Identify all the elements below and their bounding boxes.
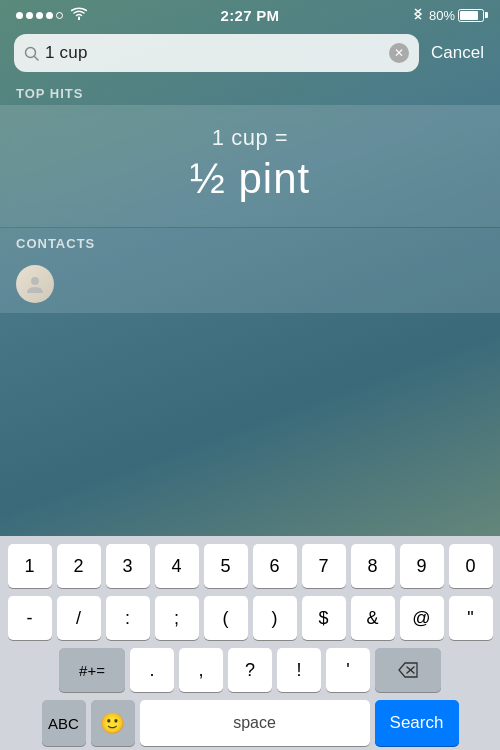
bluetooth-icon [413,7,423,24]
battery-container: 80% [429,8,484,23]
key-dollar[interactable]: $ [302,596,346,640]
battery-percent: 80% [429,8,455,23]
dot-4 [46,12,53,19]
key-hashplus[interactable]: #+= [59,648,125,692]
dot-5 [56,12,63,19]
key-quote[interactable]: " [449,596,493,640]
search-bar[interactable]: 1 cup ✕ [14,34,419,72]
key-8[interactable]: 8 [351,544,395,588]
search-button[interactable]: Search [375,700,459,746]
svg-point-2 [31,277,39,285]
contact-avatar [16,265,54,303]
key-4[interactable]: 4 [155,544,199,588]
key-rparen[interactable]: ) [253,596,297,640]
key-3[interactable]: 3 [106,544,150,588]
wifi-icon [71,7,87,23]
key-at[interactable]: @ [400,596,444,640]
conversion-line2: ½ pint [16,155,484,203]
battery-fill [460,11,478,20]
key-emoji[interactable]: 🙂 [91,700,135,746]
key-space[interactable]: space [140,700,370,746]
keyboard-row-1: 1 2 3 4 5 6 7 8 9 0 [3,544,497,588]
key-2[interactable]: 2 [57,544,101,588]
key-1[interactable]: 1 [8,544,52,588]
status-time: 2:27 PM [221,7,280,24]
key-9[interactable]: 9 [400,544,444,588]
cancel-button[interactable]: Cancel [429,39,486,67]
key-colon[interactable]: : [106,596,150,640]
dot-1 [16,12,23,19]
key-exclaim[interactable]: ! [277,648,321,692]
keyboard-row-4: ABC 🙂 space Search [3,700,497,746]
key-0[interactable]: 0 [449,544,493,588]
contacts-header: CONTACTS [0,228,500,255]
key-6[interactable]: 6 [253,544,297,588]
search-icon [24,46,39,61]
clear-button[interactable]: ✕ [389,43,409,63]
status-bar: 2:27 PM 80% [0,0,500,28]
key-period[interactable]: . [130,648,174,692]
key-apostrophe[interactable]: ' [326,648,370,692]
svg-line-1 [35,56,39,60]
contacts-section: CONTACTS [0,228,500,313]
results-area: TOP HITS 1 cup = ½ pint CONTACTS [0,78,500,313]
key-7[interactable]: 7 [302,544,346,588]
key-5[interactable]: 5 [204,544,248,588]
dot-2 [26,12,33,19]
dot-3 [36,12,43,19]
status-left [16,7,87,23]
key-question[interactable]: ? [228,648,272,692]
key-comma[interactable]: , [179,648,223,692]
search-area: 1 cup ✕ Cancel [0,28,500,78]
search-input-value[interactable]: 1 cup [45,43,383,63]
key-abc[interactable]: ABC [42,700,86,746]
signal-dots [16,12,63,19]
keyboard: 1 2 3 4 5 6 7 8 9 0 - / : ; ( ) $ & @ " … [0,536,500,750]
battery-icon [458,9,484,22]
conversion-line1: 1 cup = [16,125,484,151]
key-backspace[interactable] [375,648,441,692]
keyboard-row-2: - / : ; ( ) $ & @ " [3,596,497,640]
contact-row[interactable] [0,255,500,313]
status-right: 80% [413,7,484,24]
top-hits-header: TOP HITS [0,78,500,105]
top-hit-card: 1 cup = ½ pint [0,105,500,227]
key-dash[interactable]: - [8,596,52,640]
key-slash[interactable]: / [57,596,101,640]
key-lparen[interactable]: ( [204,596,248,640]
key-ampersand[interactable]: & [351,596,395,640]
key-semicolon[interactable]: ; [155,596,199,640]
keyboard-row-3: #+= . , ? ! ' [3,648,497,692]
